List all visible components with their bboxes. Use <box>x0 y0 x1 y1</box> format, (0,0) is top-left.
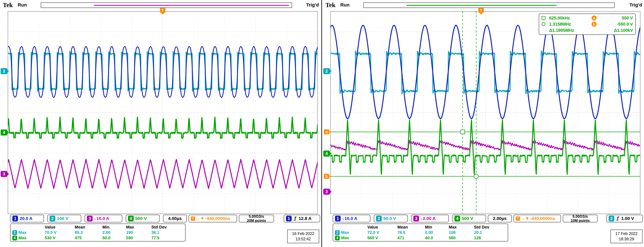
meas-value: 475 <box>75 235 102 240</box>
ch3-badge: 3 <box>87 216 92 221</box>
trigger-position-marker[interactable]: T <box>160 8 166 15</box>
meas-name: Max <box>341 235 349 240</box>
channel-zero-marker-4[interactable]: 4 <box>1 130 7 136</box>
delay-arrows-icon: →▼ <box>520 216 530 221</box>
cursor-a-value: 550 V <box>600 16 633 21</box>
meas-row-label: 2 Max <box>335 230 367 235</box>
meas-value: 580 <box>449 235 474 240</box>
rising-edge-icon <box>616 216 620 221</box>
timebase-readout[interactable]: 4.00µs <box>163 215 187 222</box>
meas-value: 2.00 <box>102 230 126 235</box>
ch3-badge: 3 <box>413 216 419 221</box>
t-pointer-icon <box>479 13 483 15</box>
meas-col-header: Std Dev <box>151 225 183 229</box>
trigger-level: 12.8 A <box>298 216 312 221</box>
trigger-readout[interactable]: 1 12.8 A <box>284 215 320 222</box>
delay-arrows-icon: →▼ <box>196 216 204 221</box>
ch3-readout[interactable]: 3 ↓10.0 A <box>85 215 122 222</box>
delay-value: -440.0000ns <box>205 216 230 221</box>
ch1-readout[interactable]: 1 20.0 A <box>10 215 44 222</box>
ch2-badge: 2 <box>376 216 382 221</box>
meas-name: Max <box>18 230 26 235</box>
meas-value: 77.5 <box>151 235 183 240</box>
delay-value: -440.0000ns <box>530 216 555 221</box>
ch2-readout[interactable]: 2 50.0 V <box>374 215 408 222</box>
channel-zero-marker-2[interactable]: 2 <box>323 68 330 74</box>
meas-value: 40.0 <box>425 235 449 240</box>
meas-value: 76.5 <box>397 230 425 235</box>
acquisition-preview-bar[interactable] <box>41 3 292 8</box>
meas-value: 85.3 <box>75 230 102 235</box>
sample-rate-readout: 5.00GS/s 20M points <box>239 215 274 222</box>
channel-zero-marker-3[interactable]: 3 <box>1 171 7 177</box>
cursor2-circle-marker <box>474 174 478 178</box>
meas-value: 190 <box>126 230 151 235</box>
ch4-badge: 4 <box>454 216 460 221</box>
ch1-readout[interactable]: 1 ↓10.0 A <box>333 215 370 222</box>
datetime-display: 17 Feb 2022 18:39:29 <box>610 229 642 243</box>
meas-col-header: Value <box>367 225 397 229</box>
cursor-delta-frequency: Δ1.1905MHz <box>549 28 592 33</box>
channel-zero-marker-2[interactable]: 2 <box>1 68 7 74</box>
trigger-position-marker[interactable]: T <box>478 8 484 15</box>
meas-value: 590 <box>126 235 151 240</box>
t-icon: T <box>191 216 195 221</box>
ch1-badge: 1 <box>12 216 18 221</box>
timebase-readout[interactable]: 2.00µs <box>488 215 512 222</box>
ch2-scale: 100 V <box>57 216 68 221</box>
meas-col-header: Max <box>126 225 151 229</box>
date-text: 16 Feb 2022 <box>288 231 318 236</box>
meas-name: Max <box>341 230 349 235</box>
timebase-value: 2.00µs <box>493 216 506 221</box>
ch3-readout[interactable]: 3 ↓2.00 A <box>411 215 449 222</box>
date-text: 17 Feb 2022 <box>612 231 642 236</box>
ch1-badge: 1 <box>335 216 341 221</box>
ch4-scale: 500 V <box>462 216 473 221</box>
meas-ch-badge: 2 <box>335 230 340 235</box>
meas-col-header: Mean <box>397 225 425 229</box>
cursor-b-badge: b <box>592 22 596 27</box>
meas-value: 560 V <box>367 235 397 240</box>
graticule-left[interactable] <box>0 0 322 247</box>
trigger-status: Trig'd <box>306 2 319 8</box>
meas-row-label: 4 Max <box>335 235 367 240</box>
record-window-segment <box>94 5 289 6</box>
measurement-table: Value Mean Min Max Std Dev 2 Max 72.0 V … <box>333 223 508 241</box>
cursor1-frequency: 625.00kHz <box>549 16 592 21</box>
oscilloscope-left: Tek Run Trig'd T 243 1 20.0 A 2 100 V 3 … <box>0 0 322 247</box>
ch4-readout[interactable]: 4 500 V <box>452 215 486 222</box>
meas-col-header: Std Dev <box>474 225 506 229</box>
ch3-scale: ↓10.0 A <box>94 216 109 221</box>
acquisition-state: Run <box>18 2 27 8</box>
trigger-source-badge: 2 <box>608 216 614 221</box>
acquisition-preview-bar[interactable] <box>364 3 614 8</box>
ch4-readout[interactable]: 4 500 V <box>126 215 160 222</box>
meas-value: 128 <box>474 235 506 240</box>
t-icon: T <box>516 216 520 221</box>
meas-col-header: Max <box>449 225 474 229</box>
trigger-readout[interactable]: 2 1.00 V <box>606 215 643 222</box>
rising-edge-icon <box>293 216 297 221</box>
channel-zero-marker-4[interactable]: 4 <box>323 151 330 157</box>
ch2-readout[interactable]: 2 100 V <box>48 215 81 222</box>
meas-ch-badge: 4 <box>12 236 17 240</box>
graticule-right[interactable] <box>323 0 644 247</box>
channel-zero-marker-3[interactable]: 3 <box>323 189 330 195</box>
cursor-level-marker-b[interactable]: b <box>324 174 329 179</box>
meas-name: Max <box>18 235 26 240</box>
sample-rate-readout: 5.00GS/s 10M points <box>563 215 598 222</box>
acquisition-state: Run <box>340 2 350 8</box>
ch1-scale: ↓10.0 A <box>342 216 357 221</box>
meas-ch-badge: 4 <box>335 236 340 240</box>
ch2-scale: 50.0 V <box>383 216 396 221</box>
t-icon: T <box>478 8 484 13</box>
ch1-scale: 20.0 A <box>20 216 32 221</box>
record-length: 20M points <box>247 218 266 223</box>
meas-col-header: Min <box>425 225 449 229</box>
time-text: 18:39:29 <box>612 236 642 242</box>
ch3-scale: ↓2.00 A <box>420 216 436 221</box>
meas-value: 20.1 <box>474 230 506 235</box>
cursor2-circle-glyph <box>542 22 546 26</box>
cursor-level-marker-a[interactable]: a <box>324 129 329 134</box>
ch2-badge: 2 <box>50 216 55 221</box>
